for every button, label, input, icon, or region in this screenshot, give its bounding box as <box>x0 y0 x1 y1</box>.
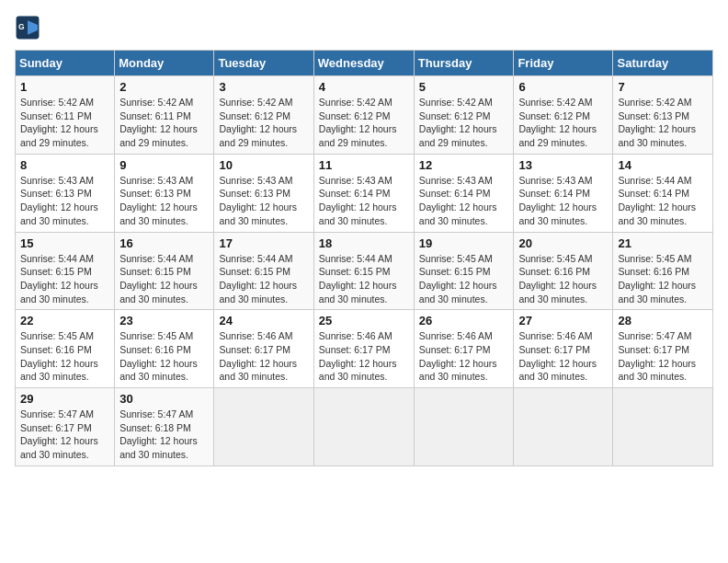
calendar-cell <box>313 388 414 466</box>
calendar-cell: 6Sunrise: 5:42 AM Sunset: 6:12 PM Daylig… <box>514 76 613 155</box>
day-info: Sunrise: 5:47 AM Sunset: 6:18 PM Dayligh… <box>119 408 209 462</box>
day-info: Sunrise: 5:44 AM Sunset: 6:15 PM Dayligh… <box>119 252 209 306</box>
day-number: 6 <box>518 80 608 94</box>
calendar-cell: 2Sunrise: 5:42 AM Sunset: 6:11 PM Daylig… <box>115 76 214 155</box>
day-number: 12 <box>419 158 509 172</box>
day-info: Sunrise: 5:42 AM Sunset: 6:12 PM Dayligh… <box>319 96 409 150</box>
day-info: Sunrise: 5:43 AM Sunset: 6:13 PM Dayligh… <box>219 174 308 228</box>
calendar-cell: 18Sunrise: 5:44 AM Sunset: 6:15 PM Dayli… <box>313 232 414 310</box>
weekday-header-saturday: Saturday <box>613 51 713 76</box>
calendar-week-row: 8Sunrise: 5:43 AM Sunset: 6:13 PM Daylig… <box>16 154 713 232</box>
day-number: 18 <box>319 236 409 250</box>
day-number: 30 <box>119 392 209 406</box>
day-info: Sunrise: 5:42 AM Sunset: 6:12 PM Dayligh… <box>219 96 308 150</box>
calendar-cell: 22Sunrise: 5:45 AM Sunset: 6:16 PM Dayli… <box>16 310 115 388</box>
day-info: Sunrise: 5:43 AM Sunset: 6:14 PM Dayligh… <box>319 174 409 228</box>
day-info: Sunrise: 5:47 AM Sunset: 6:17 PM Dayligh… <box>20 408 109 462</box>
calendar-cell: 23Sunrise: 5:45 AM Sunset: 6:16 PM Dayli… <box>115 310 214 388</box>
calendar-cell <box>613 388 713 466</box>
day-number: 4 <box>319 80 409 94</box>
day-number: 25 <box>319 314 409 327</box>
day-number: 21 <box>618 236 708 250</box>
calendar-cell: 24Sunrise: 5:46 AM Sunset: 6:17 PM Dayli… <box>214 310 313 388</box>
day-info: Sunrise: 5:45 AM Sunset: 6:16 PM Dayligh… <box>20 329 109 384</box>
day-number: 22 <box>20 314 109 327</box>
weekday-header-sunday: Sunday <box>16 51 115 76</box>
day-info: Sunrise: 5:46 AM Sunset: 6:17 PM Dayligh… <box>219 329 308 384</box>
day-info: Sunrise: 5:44 AM Sunset: 6:15 PM Dayligh… <box>219 252 308 306</box>
weekday-header-monday: Monday <box>115 51 214 76</box>
calendar-cell: 9Sunrise: 5:43 AM Sunset: 6:13 PM Daylig… <box>115 154 214 232</box>
day-info: Sunrise: 5:43 AM Sunset: 6:14 PM Dayligh… <box>518 174 608 228</box>
svg-text:G: G <box>18 22 25 31</box>
day-info: Sunrise: 5:44 AM Sunset: 6:14 PM Dayligh… <box>618 174 708 228</box>
calendar-table: SundayMondayTuesdayWednesdayThursdayFrid… <box>15 50 713 466</box>
calendar-cell: 10Sunrise: 5:43 AM Sunset: 6:13 PM Dayli… <box>214 154 313 232</box>
logo-icon: G <box>15 15 40 40</box>
weekday-header-friday: Friday <box>514 51 613 76</box>
calendar-cell: 26Sunrise: 5:46 AM Sunset: 6:17 PM Dayli… <box>414 310 514 388</box>
day-number: 11 <box>319 158 409 172</box>
calendar-cell: 13Sunrise: 5:43 AM Sunset: 6:14 PM Dayli… <box>514 154 613 232</box>
weekday-header-tuesday: Tuesday <box>214 51 313 76</box>
day-number: 9 <box>119 158 209 172</box>
day-number: 15 <box>20 236 109 250</box>
calendar-cell: 7Sunrise: 5:42 AM Sunset: 6:13 PM Daylig… <box>613 76 713 155</box>
calendar-week-row: 15Sunrise: 5:44 AM Sunset: 6:15 PM Dayli… <box>16 232 713 310</box>
day-number: 23 <box>119 314 209 327</box>
calendar-week-row: 22Sunrise: 5:45 AM Sunset: 6:16 PM Dayli… <box>16 310 713 388</box>
calendar-cell: 30Sunrise: 5:47 AM Sunset: 6:18 PM Dayli… <box>115 388 214 466</box>
day-info: Sunrise: 5:46 AM Sunset: 6:17 PM Dayligh… <box>518 329 608 384</box>
day-number: 13 <box>518 158 608 172</box>
calendar-cell: 27Sunrise: 5:46 AM Sunset: 6:17 PM Dayli… <box>514 310 613 388</box>
day-info: Sunrise: 5:42 AM Sunset: 6:13 PM Dayligh… <box>618 96 708 150</box>
calendar-cell: 20Sunrise: 5:45 AM Sunset: 6:16 PM Dayli… <box>514 232 613 310</box>
day-info: Sunrise: 5:42 AM Sunset: 6:11 PM Dayligh… <box>20 96 109 150</box>
calendar-week-row: 29Sunrise: 5:47 AM Sunset: 6:17 PM Dayli… <box>16 388 713 466</box>
day-number: 7 <box>618 80 708 94</box>
day-number: 17 <box>219 236 308 250</box>
day-number: 19 <box>419 236 509 250</box>
calendar-cell: 16Sunrise: 5:44 AM Sunset: 6:15 PM Dayli… <box>115 232 214 310</box>
day-number: 10 <box>219 158 308 172</box>
day-info: Sunrise: 5:45 AM Sunset: 6:16 PM Dayligh… <box>618 252 708 306</box>
day-number: 20 <box>518 236 608 250</box>
day-info: Sunrise: 5:42 AM Sunset: 6:12 PM Dayligh… <box>419 96 509 150</box>
day-number: 2 <box>119 80 209 94</box>
day-info: Sunrise: 5:46 AM Sunset: 6:17 PM Dayligh… <box>319 329 409 384</box>
page-header: G <box>15 15 713 40</box>
day-info: Sunrise: 5:45 AM Sunset: 6:15 PM Dayligh… <box>419 252 509 306</box>
day-info: Sunrise: 5:42 AM Sunset: 6:11 PM Dayligh… <box>119 96 209 150</box>
day-number: 16 <box>119 236 209 250</box>
day-info: Sunrise: 5:43 AM Sunset: 6:13 PM Dayligh… <box>20 174 109 228</box>
day-info: Sunrise: 5:45 AM Sunset: 6:16 PM Dayligh… <box>119 329 209 384</box>
day-info: Sunrise: 5:43 AM Sunset: 6:13 PM Dayligh… <box>119 174 209 228</box>
calendar-cell: 11Sunrise: 5:43 AM Sunset: 6:14 PM Dayli… <box>313 154 414 232</box>
calendar-week-row: 1Sunrise: 5:42 AM Sunset: 6:11 PM Daylig… <box>16 76 713 155</box>
day-info: Sunrise: 5:42 AM Sunset: 6:12 PM Dayligh… <box>518 96 608 150</box>
day-number: 29 <box>20 392 109 406</box>
calendar-cell: 5Sunrise: 5:42 AM Sunset: 6:12 PM Daylig… <box>414 76 514 155</box>
calendar-cell: 12Sunrise: 5:43 AM Sunset: 6:14 PM Dayli… <box>414 154 514 232</box>
day-number: 26 <box>419 314 509 327</box>
day-info: Sunrise: 5:47 AM Sunset: 6:17 PM Dayligh… <box>618 329 708 384</box>
day-number: 5 <box>419 80 509 94</box>
day-info: Sunrise: 5:44 AM Sunset: 6:15 PM Dayligh… <box>20 252 109 306</box>
calendar-cell: 17Sunrise: 5:44 AM Sunset: 6:15 PM Dayli… <box>214 232 313 310</box>
calendar-cell <box>214 388 313 466</box>
calendar-cell: 8Sunrise: 5:43 AM Sunset: 6:13 PM Daylig… <box>16 154 115 232</box>
calendar-cell: 15Sunrise: 5:44 AM Sunset: 6:15 PM Dayli… <box>16 232 115 310</box>
day-number: 27 <box>518 314 608 327</box>
day-number: 1 <box>20 80 109 94</box>
calendar-cell: 14Sunrise: 5:44 AM Sunset: 6:14 PM Dayli… <box>613 154 713 232</box>
day-info: Sunrise: 5:43 AM Sunset: 6:14 PM Dayligh… <box>419 174 509 228</box>
day-number: 24 <box>219 314 308 327</box>
weekday-header-thursday: Thursday <box>414 51 514 76</box>
calendar-cell: 25Sunrise: 5:46 AM Sunset: 6:17 PM Dayli… <box>313 310 414 388</box>
calendar-cell: 4Sunrise: 5:42 AM Sunset: 6:12 PM Daylig… <box>313 76 414 155</box>
day-number: 28 <box>618 314 708 327</box>
calendar-cell <box>514 388 613 466</box>
day-number: 8 <box>20 158 109 172</box>
calendar-cell: 29Sunrise: 5:47 AM Sunset: 6:17 PM Dayli… <box>16 388 115 466</box>
day-number: 3 <box>219 80 308 94</box>
